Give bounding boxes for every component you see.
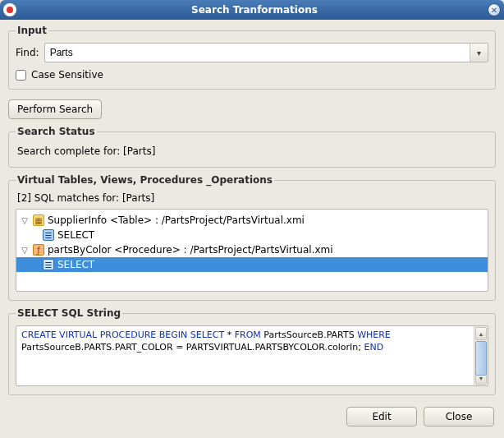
- sql-token: PARTSVIRTUAL.PARTSBYCOLOR.colorIn;: [183, 342, 364, 353]
- results-group: Virtual Tables, Views, Procedures _Opera…: [8, 174, 496, 301]
- search-status-group: Search Status Search complete for: [Part…: [8, 126, 496, 168]
- scroll-up-button[interactable]: ▴: [475, 327, 487, 340]
- tree-item-procedure[interactable]: ▽ ƒ partsByColor <Procedure> : /PartsPro…: [16, 242, 488, 257]
- search-status-text: Search complete for: [Parts]: [16, 144, 488, 159]
- svg-point-0: [7, 7, 13, 13]
- tree-child-label: SELECT: [57, 259, 94, 270]
- chevron-down-icon: ▾: [477, 48, 481, 58]
- tree-child-select[interactable]: ☰ SELECT: [16, 257, 488, 272]
- perform-search-button[interactable]: Perform Search: [8, 99, 102, 119]
- sql-token: PartsSourceB.PARTS: [261, 330, 357, 340]
- close-button[interactable]: Close: [424, 407, 494, 426]
- tree-twisty-icon[interactable]: ▽: [20, 246, 30, 255]
- input-group: Input Find: ▾ Case Sensitive: [8, 25, 496, 90]
- scroll-track[interactable]: [474, 341, 488, 371]
- find-input[interactable]: [45, 44, 470, 62]
- input-legend: Input: [16, 25, 48, 36]
- tree-child-select[interactable]: ☰ SELECT: [16, 228, 488, 242]
- search-status-legend: Search Status: [16, 126, 97, 137]
- sql-keyword: FROM: [235, 330, 261, 340]
- table-icon: ▦: [33, 214, 44, 226]
- sql-scrollbar[interactable]: ▴ ▾: [474, 326, 488, 385]
- results-summary: [2] SQL matches for: [Parts]: [16, 192, 488, 209]
- find-dropdown-button[interactable]: ▾: [470, 44, 488, 62]
- case-sensitive-checkbox[interactable]: [16, 70, 26, 81]
- find-label: Find:: [16, 47, 39, 58]
- titlebar: Search Tranformations ✕: [0, 0, 504, 20]
- sql-group: SELECT SQL String CREATE VIRTUAL PROCEDU…: [8, 307, 496, 395]
- select-icon: ☰: [43, 259, 54, 270]
- sql-text-area[interactable]: CREATE VIRTUAL PROCEDURE BEGIN SELECT * …: [16, 326, 474, 385]
- app-icon: [3, 3, 16, 16]
- sql-token: *: [224, 330, 235, 340]
- scroll-thumb[interactable]: [475, 341, 487, 376]
- select-icon: ☰: [43, 229, 54, 241]
- sql-keyword: CREATE VIRTUAL PROCEDURE BEGIN SELECT: [21, 330, 224, 340]
- tree-item-label: partsByColor <Procedure> : /PartsProject…: [48, 244, 333, 256]
- sql-token: PartsSourceB.PARTS.PART_COLOR: [21, 342, 176, 353]
- tree-twisty-icon[interactable]: ▽: [20, 216, 30, 225]
- sql-keyword: END: [364, 342, 383, 353]
- case-sensitive-label: Case Sensitive: [31, 69, 103, 81]
- sql-legend: SELECT SQL String: [16, 307, 122, 319]
- results-tree[interactable]: ▽ ▦ SupplierInfo <Table> : /PartsProject…: [16, 209, 488, 292]
- tree-item-label: SupplierInfo <Table> : /PartsProject/Par…: [48, 214, 305, 226]
- sql-keyword: WHERE: [357, 330, 391, 340]
- window-title: Search Tranformations: [21, 4, 488, 16]
- find-combobox[interactable]: ▾: [44, 43, 488, 62]
- window-close-button[interactable]: ✕: [488, 3, 501, 16]
- tree-item-table[interactable]: ▽ ▦ SupplierInfo <Table> : /PartsProject…: [16, 213, 488, 228]
- sql-operator: =: [176, 342, 183, 353]
- results-legend: Virtual Tables, Views, Procedures _Opera…: [16, 174, 274, 186]
- edit-button[interactable]: Edit: [346, 407, 417, 426]
- procedure-icon: ƒ: [33, 244, 44, 256]
- tree-child-label: SELECT: [57, 229, 94, 241]
